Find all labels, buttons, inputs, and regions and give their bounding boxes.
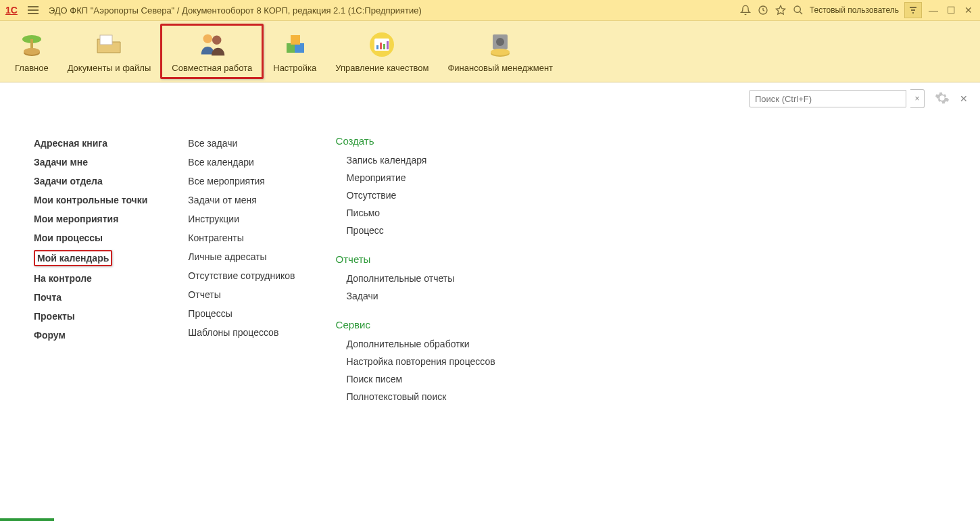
search-input[interactable] — [749, 90, 906, 107]
nav-all-calendars[interactable]: Все календари — [188, 155, 295, 169]
close-button[interactable]: ✕ — [960, 1, 977, 19]
search-clear-button[interactable]: × — [910, 89, 925, 108]
maximize-button[interactable]: ☐ — [942, 1, 960, 19]
nav-projects[interactable]: Проекты — [34, 309, 147, 323]
nav-checkpoints[interactable]: Мои контрольные точки — [34, 193, 147, 207]
tab-quality-label: Управление качеством — [335, 63, 428, 73]
service-repeat-processes[interactable]: Настройка повторения процессов — [347, 355, 495, 368]
svg-point-12 — [203, 34, 212, 43]
nav-processes[interactable]: Процессы — [188, 307, 295, 320]
nav-my-calendar[interactable]: Мой календарь — [34, 250, 112, 266]
nav-personal-addressees[interactable]: Личные адресаты — [188, 250, 295, 264]
logo-1c: 1C — [5, 5, 18, 16]
nav-columns: Адресная книга Задачи мне Задачи отдела … — [34, 137, 966, 412]
nav-all-tasks[interactable]: Все задачи — [188, 137, 295, 150]
tab-settings[interactable]: Настройка — [264, 21, 326, 82]
cubes-icon — [278, 30, 311, 59]
safe-icon — [484, 30, 516, 59]
chart-icon — [366, 30, 398, 59]
tab-main-label: Главное — [15, 63, 49, 73]
service-additional[interactable]: Дополнительные обработки — [347, 337, 495, 351]
close-panel-button[interactable]: ✕ — [960, 93, 968, 104]
search-bar: × ✕ — [749, 89, 968, 108]
create-letter[interactable]: Письмо — [347, 206, 495, 220]
nav-absence[interactable]: Отсутствие сотрудников — [188, 269, 295, 282]
settings-icon[interactable] — [934, 91, 950, 107]
search-icon[interactable] — [789, 1, 807, 19]
svg-point-24 — [496, 38, 504, 46]
tab-collaboration-label: Совместная работа — [172, 63, 252, 73]
titlebar: 1C ЭДО ФКП "Аэропорты Севера" / Документ… — [0, 0, 980, 21]
tab-settings-label: Настройка — [273, 63, 316, 73]
svg-rect-11 — [100, 35, 112, 45]
nav-col-1: Адресная книга Задачи мне Задачи отдела … — [34, 137, 147, 412]
nav-contractors[interactable]: Контрагенты — [188, 231, 295, 245]
folder-icon — [93, 30, 125, 59]
nav-dept-tasks[interactable]: Задачи отдела — [34, 174, 147, 188]
svg-rect-19 — [376, 45, 378, 49]
svg-rect-16 — [291, 35, 300, 45]
service-fulltext-search[interactable]: Полнотекстовый поиск — [347, 390, 495, 403]
create-event[interactable]: Мероприятие — [347, 171, 495, 184]
people-icon — [196, 30, 228, 59]
nav-forum[interactable]: Форум — [34, 328, 147, 342]
panel-toggle-icon[interactable] — [904, 2, 922, 18]
create-calendar-entry[interactable]: Запись календаря — [347, 153, 495, 167]
svg-marker-1 — [776, 5, 785, 14]
tab-finance[interactable]: Финансовый менеджмент — [438, 21, 562, 82]
svg-rect-14 — [287, 43, 296, 53]
nav-all-events[interactable]: Все мероприятия — [188, 174, 295, 188]
section-service: Сервис — [336, 319, 495, 330]
svg-line-3 — [800, 11, 802, 14]
bell-icon[interactable] — [737, 1, 754, 19]
nav-on-control[interactable]: На контроле — [34, 272, 147, 285]
svg-rect-21 — [383, 44, 385, 49]
svg-rect-8 — [30, 39, 33, 49]
svg-rect-22 — [387, 41, 389, 49]
create-process[interactable]: Процесс — [347, 224, 495, 237]
svg-rect-20 — [380, 43, 382, 49]
report-additional[interactable]: Дополнительные отчеты — [347, 272, 495, 285]
tab-collaboration[interactable]: Совместная работа — [160, 24, 264, 79]
svg-point-26 — [491, 49, 510, 55]
user-label[interactable]: Тестовый пользователь — [810, 5, 899, 15]
nav-my-events[interactable]: Мои мероприятия — [34, 212, 147, 226]
app-title: ЭДО ФКП "Аэропорты Севера" / Документооб… — [49, 5, 422, 16]
content-area: × ✕ Адресная книга Задачи мне Задачи отд… — [0, 82, 980, 521]
nav-my-processes[interactable]: Мои процессы — [34, 231, 147, 245]
menu-icon[interactable] — [26, 3, 41, 18]
svg-point-10 — [24, 48, 40, 55]
nav-tasks-from-me[interactable]: Задачи от меня — [188, 193, 295, 207]
lamp-icon — [16, 30, 48, 59]
history-icon[interactable] — [754, 1, 772, 19]
nav-col-3: Создать Запись календаря Мероприятие Отс… — [336, 135, 495, 412]
progress-bar — [0, 518, 54, 521]
minimize-button[interactable]: — — [925, 1, 942, 19]
tab-documents-label: Документы и файлы — [68, 63, 151, 73]
nav-my-tasks[interactable]: Задачи мне — [34, 155, 147, 169]
nav-reports[interactable]: Отчеты — [188, 288, 295, 301]
tab-finance-label: Финансовый менеджмент — [447, 63, 553, 73]
tab-quality[interactable]: Управление качеством — [326, 21, 438, 82]
tab-documents[interactable]: Документы и файлы — [58, 21, 161, 82]
report-tasks[interactable]: Задачи — [347, 289, 495, 303]
star-icon[interactable] — [772, 1, 789, 19]
svg-point-13 — [212, 35, 221, 44]
nav-instructions[interactable]: Инструкции — [188, 212, 295, 226]
main-toolbar: Главное Документы и файлы Совместная раб… — [0, 21, 980, 82]
nav-col-2: Все задачи Все календари Все мероприятия… — [188, 137, 295, 412]
nav-mail[interactable]: Почта — [34, 291, 147, 304]
tab-main[interactable]: Главное — [5, 21, 58, 82]
nav-process-templates[interactable]: Шаблоны процессов — [188, 326, 295, 339]
section-reports: Отчеты — [336, 253, 495, 265]
svg-rect-15 — [295, 43, 304, 53]
create-absence[interactable]: Отсутствие — [347, 189, 495, 202]
service-search-mail[interactable]: Поиск писем — [347, 372, 495, 386]
section-create: Создать — [336, 135, 495, 147]
nav-address-book[interactable]: Адресная книга — [34, 137, 147, 150]
svg-point-2 — [794, 6, 800, 12]
